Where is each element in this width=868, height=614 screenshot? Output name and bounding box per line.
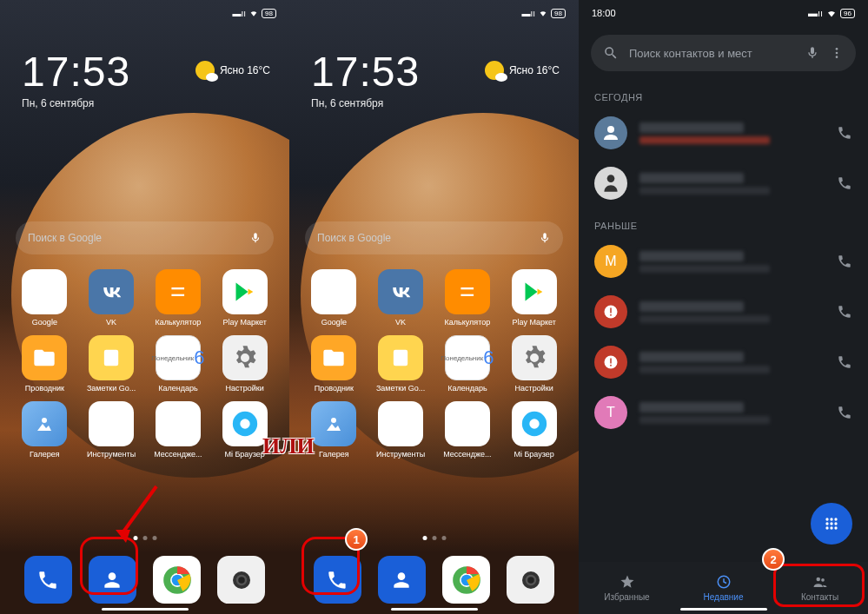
contact-avatar <box>594 116 627 149</box>
app-messengers-folder[interactable]: Мессендже... <box>437 401 499 459</box>
app-messengers-folder[interactable]: Мессендже... <box>148 401 209 459</box>
svg-point-34 <box>830 518 832 520</box>
call-log-item[interactable] <box>579 337 868 387</box>
home-screen-2: ▬ıı 98 17:53 Пн, 6 сентября Ясно 16°C Go… <box>289 0 579 614</box>
nav-handle[interactable] <box>391 608 478 611</box>
battery-indicator: 96 <box>840 9 855 18</box>
app-play-market[interactable]: Play Маркет <box>503 269 565 327</box>
app-google-folder[interactable]: Google <box>14 269 76 327</box>
clock[interactable]: 17:53 <box>311 48 420 96</box>
highlight-contacts-tab <box>773 564 865 607</box>
svg-point-41 <box>834 526 837 529</box>
nav-handle[interactable] <box>102 608 189 611</box>
status-time: 18:00 <box>592 8 616 18</box>
wifi-icon <box>826 8 837 18</box>
call-log-item[interactable]: T <box>579 387 868 438</box>
svg-point-29 <box>610 314 612 316</box>
weather-widget[interactable]: Ясно 16°C <box>485 61 560 80</box>
app-calendar[interactable]: Понедельник6Календарь <box>437 335 499 393</box>
app-notes[interactable]: Заметки Go... <box>370 335 432 393</box>
more-icon[interactable] <box>830 46 844 60</box>
call-log-item[interactable]: M <box>579 236 868 287</box>
app-play-market[interactable]: Play Маркет <box>214 269 275 327</box>
app-vk[interactable]: VK <box>81 269 142 327</box>
spam-avatar <box>594 346 627 379</box>
app-mi-browser[interactable]: Mi Браузер <box>503 401 565 459</box>
app-vk[interactable]: VK <box>370 269 432 327</box>
call-log-item[interactable] <box>579 158 868 208</box>
dock <box>0 556 289 604</box>
dock-chrome[interactable] <box>153 556 201 604</box>
app-settings[interactable]: Настройки <box>503 335 565 393</box>
svg-marker-11 <box>116 530 130 543</box>
app-explorer[interactable]: Проводник <box>303 335 365 393</box>
app-calculator[interactable]: =Калькулятор <box>437 269 499 327</box>
mic-icon[interactable] <box>249 232 262 244</box>
home-screen-1: ▬ıı 98 17:53 Пн, 6 сентября Ясно 16°C Go… <box>0 0 289 614</box>
weather-icon <box>195 61 215 80</box>
wifi-icon <box>539 9 547 17</box>
dialpad-fab[interactable] <box>811 503 852 545</box>
app-calendar[interactable]: Понедельник6Календарь <box>148 335 209 393</box>
app-tools-folder[interactable]: Инструменты <box>81 401 142 459</box>
dock-contacts[interactable] <box>378 556 426 604</box>
nav-handle[interactable] <box>680 608 767 611</box>
svg-rect-12 <box>394 350 407 366</box>
tab-favorites[interactable]: Избранные <box>579 562 675 614</box>
tab-recent[interactable]: Недавние <box>675 562 772 614</box>
contact-avatar: T <box>594 396 627 429</box>
dock-camera[interactable] <box>507 556 554 604</box>
svg-point-37 <box>830 522 832 525</box>
dock-chrome[interactable] <box>442 556 490 604</box>
svg-point-24 <box>836 56 838 58</box>
contacts-search-input[interactable] <box>629 47 795 60</box>
section-earlier: РАНЬШЕ <box>579 208 868 236</box>
search-input[interactable] <box>28 232 249 244</box>
section-today: СЕГОДНЯ <box>579 80 868 108</box>
app-settings[interactable]: Настройки <box>214 335 275 393</box>
search-input[interactable] <box>317 232 539 244</box>
signal-icon: ▬ıı <box>522 9 536 18</box>
svg-point-33 <box>825 518 828 520</box>
call-icon[interactable] <box>837 254 852 269</box>
svg-point-15 <box>529 419 539 428</box>
svg-point-26 <box>607 175 615 182</box>
svg-rect-31 <box>610 359 612 364</box>
app-tools-folder[interactable]: Инструменты <box>370 401 432 459</box>
google-search-bar[interactable] <box>16 221 274 254</box>
svg-rect-28 <box>610 308 612 314</box>
mic-icon[interactable] <box>805 46 819 60</box>
app-explorer[interactable]: Проводник <box>14 335 76 393</box>
spam-avatar <box>594 295 627 328</box>
app-google-folder[interactable]: Google <box>303 269 365 327</box>
contacts-search-bar[interactable] <box>591 35 856 71</box>
arrow-to-contacts <box>113 482 165 547</box>
call-icon[interactable] <box>837 125 852 141</box>
dock-camera[interactable] <box>217 556 265 604</box>
app-grid: Google VK =Калькулятор Play Маркет Прово… <box>289 269 579 459</box>
call-icon[interactable] <box>837 175 852 191</box>
google-search-bar[interactable] <box>305 221 563 254</box>
mic-icon[interactable] <box>539 232 551 244</box>
svg-point-40 <box>830 526 832 529</box>
app-gallery[interactable]: Галерея <box>14 401 76 459</box>
weather-widget[interactable]: Ясно 16°C <box>195 61 270 80</box>
clock[interactable]: 17:53 <box>22 48 130 96</box>
call-icon[interactable] <box>837 304 852 320</box>
call-log-item[interactable] <box>579 108 868 158</box>
svg-point-25 <box>607 126 614 133</box>
svg-point-13 <box>331 418 336 423</box>
step-badge-2: 2 <box>762 548 785 571</box>
app-calculator[interactable]: =Калькулятор <box>148 269 209 327</box>
svg-line-10 <box>122 486 156 534</box>
call-icon[interactable] <box>837 405 852 420</box>
call-icon[interactable] <box>837 354 852 370</box>
call-log-item[interactable] <box>579 287 868 337</box>
status-bar: ▬ıı 98 <box>0 0 289 26</box>
svg-point-3 <box>240 419 249 428</box>
app-notes[interactable]: Заметки Go... <box>81 335 142 393</box>
svg-point-21 <box>527 577 534 584</box>
svg-point-23 <box>836 52 838 55</box>
dock-phone[interactable] <box>24 556 72 604</box>
svg-point-32 <box>610 365 612 366</box>
